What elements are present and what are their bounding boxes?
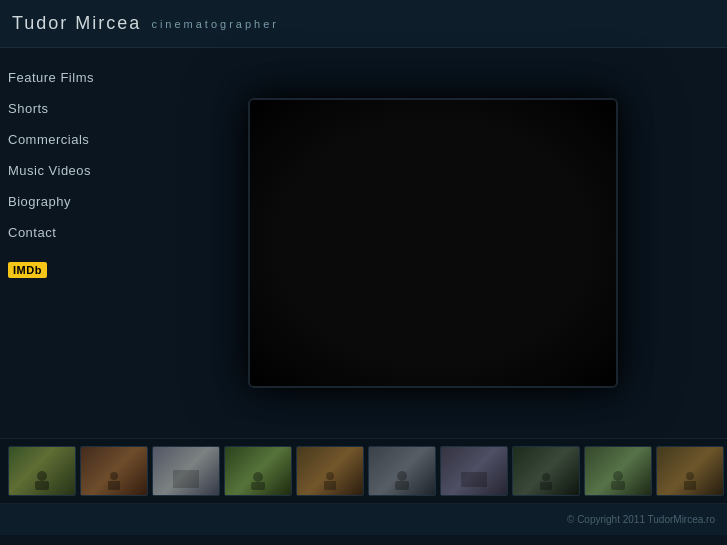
main-content: Feature Films Shorts Commercials Music V… <box>0 48 727 438</box>
thumbnail-1[interactable] <box>8 446 76 496</box>
svg-point-7 <box>326 472 334 480</box>
svg-point-0 <box>37 471 47 481</box>
imdb-badge[interactable]: IMDb <box>8 262 47 278</box>
sidebar-item-shorts[interactable]: Shorts <box>4 93 155 124</box>
svg-rect-3 <box>108 481 120 490</box>
sidebar-item-commercials[interactable]: Commercials <box>4 124 155 155</box>
sidebar-item-feature-films[interactable]: Feature Films <box>4 62 155 93</box>
header: Tudor Mircea cinematographer <box>0 0 727 48</box>
svg-rect-6 <box>251 482 265 490</box>
svg-rect-8 <box>324 481 336 490</box>
site-subtitle: cinematographer <box>151 18 279 30</box>
thumbnail-10[interactable] <box>656 446 724 496</box>
thumbnail-3[interactable] <box>152 446 220 496</box>
svg-point-9 <box>397 471 407 481</box>
svg-rect-15 <box>611 481 625 490</box>
thumbnail-9[interactable] <box>584 446 652 496</box>
svg-point-16 <box>686 472 694 480</box>
sidebar-item-biography[interactable]: Biography <box>4 186 155 217</box>
thumbnail-7[interactable] <box>440 446 508 496</box>
svg-point-12 <box>542 473 550 481</box>
thumbnail-2[interactable] <box>80 446 148 496</box>
svg-rect-13 <box>540 482 552 490</box>
sidebar-item-music-videos[interactable]: Music Videos <box>4 155 155 186</box>
svg-rect-11 <box>461 472 487 487</box>
footer: © Copyright 2011 TudorMircea.ro <box>0 503 727 535</box>
thumbnail-4[interactable] <box>224 446 292 496</box>
thumbnail-5[interactable] <box>296 446 364 496</box>
svg-point-2 <box>110 472 118 480</box>
copyright-text: © Copyright 2011 TudorMircea.ro <box>567 514 715 525</box>
svg-rect-4 <box>173 470 199 488</box>
video-player[interactable] <box>248 98 618 388</box>
thumbnail-6[interactable] <box>368 446 436 496</box>
thumbnail-8[interactable] <box>512 446 580 496</box>
video-area <box>155 48 727 438</box>
thumbnail-strip: ▶ <box>0 438 727 503</box>
svg-rect-10 <box>395 481 409 490</box>
site-title: Tudor Mircea <box>12 13 141 34</box>
sidebar-item-contact[interactable]: Contact <box>4 217 155 248</box>
sidebar: Feature Films Shorts Commercials Music V… <box>0 48 155 438</box>
svg-point-14 <box>613 471 623 481</box>
svg-rect-17 <box>684 481 696 490</box>
svg-rect-1 <box>35 481 49 490</box>
video-screen <box>250 100 616 386</box>
svg-point-5 <box>253 472 263 482</box>
